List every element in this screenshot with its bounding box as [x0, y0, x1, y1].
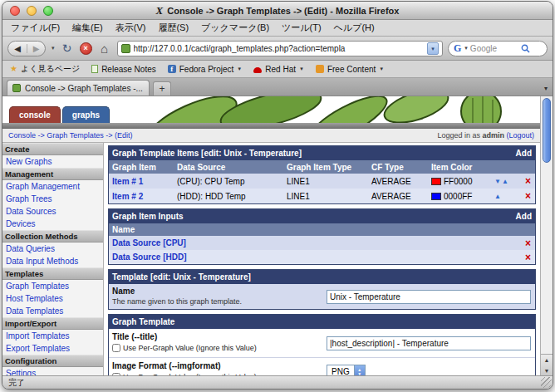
table-title: Graph Template Items [edit: Unix - Tempe… — [112, 149, 302, 158]
delete-icon[interactable]: × — [525, 252, 531, 263]
login-user: admin — [482, 131, 504, 140]
menu-help[interactable]: ヘルプ(H) — [334, 22, 375, 34]
use-per-graph-title-checkbox[interactable] — [112, 344, 120, 352]
sidebar-item-settings[interactable]: Settings — [2, 367, 103, 375]
table-row: Data Source [HDD] × — [109, 250, 535, 264]
window-zoom-button[interactable] — [43, 6, 53, 16]
forward-icon[interactable]: ▶ — [27, 44, 45, 53]
menu-bookmarks[interactable]: ブックマーク(B) — [201, 22, 269, 34]
field-label-cell: Image Format (--imgformat) Use Per-Graph… — [109, 358, 323, 375]
menu-view[interactable]: 表示(V) — [115, 22, 146, 34]
column-header-row: Graph Item Data Source Graph Item Type C… — [109, 160, 535, 174]
select-stepper-icon: ▲ ▼ — [354, 365, 365, 375]
login-status: Logged in as admin (Logout) — [437, 131, 534, 140]
template-name-input[interactable] — [327, 290, 531, 304]
sidebar-item-graph-management[interactable]: Graph Management — [2, 180, 103, 193]
scroll-down-icon[interactable]: ▼ — [541, 365, 553, 375]
tab-graphs[interactable]: graphs — [62, 106, 110, 123]
main-row: Create New Graphs Management Graph Manag… — [2, 143, 540, 375]
scroll-up-icon[interactable]: ▲ — [541, 355, 553, 365]
star-icon: ★ — [10, 65, 17, 73]
window-close-button[interactable] — [10, 6, 20, 16]
bookmark-most-visited[interactable]: ★ よく見るページ — [10, 63, 80, 75]
bookmark-release-notes[interactable]: Release Notes — [91, 65, 156, 74]
table-title-text: Graph Template Items — [112, 149, 201, 158]
bookmark-label: Release Notes — [101, 65, 156, 74]
sidebar-item-data-templates[interactable]: Data Templates — [2, 305, 103, 317]
item-2-link[interactable]: Item # 2 — [112, 192, 143, 201]
item-1-data-source: (CPU): CPU Temp — [174, 177, 283, 186]
home-icon[interactable]: ⌂ — [97, 42, 112, 56]
status-bar: 完了 — [2, 375, 553, 389]
graph-title-input[interactable] — [327, 336, 531, 350]
data-source-hdd-link[interactable]: Data Source [HDD] — [112, 252, 186, 262]
bookmark-fedora-project[interactable]: f Fedora Project ▼ — [168, 65, 243, 74]
search-input[interactable] — [470, 44, 518, 53]
sidebar: Create New Graphs Management Graph Manag… — [2, 143, 104, 375]
sidebar-item-data-input-methods[interactable]: Data Input Methods — [2, 255, 103, 267]
stop-icon[interactable]: × — [80, 42, 92, 55]
vertical-scrollbar[interactable]: ▲ ▼ — [540, 96, 553, 375]
item-2-type: LINE1 — [283, 192, 368, 201]
delete-icon[interactable]: × — [525, 175, 531, 187]
history-dropdown-icon[interactable]: ▾ — [52, 45, 55, 51]
delete-icon[interactable]: × — [525, 190, 531, 202]
sidebar-header-configuration: Configuration — [2, 355, 103, 367]
list-all-tabs-icon[interactable]: ▾ — [544, 85, 548, 92]
menu-tools[interactable]: ツール(T) — [282, 22, 322, 34]
data-source-cpu-link[interactable]: Data Source [CPU] — [112, 238, 186, 247]
menu-file[interactable]: ファイル(F) — [11, 22, 60, 34]
field-description: The name given to this graph template. — [112, 297, 320, 306]
window-title-text: Console -> Graph Templates -> (Edit) - M… — [167, 6, 399, 16]
sidebar-item-data-sources[interactable]: Data Sources — [2, 205, 103, 218]
magnifier-icon[interactable] — [521, 44, 530, 53]
url-dropdown-icon[interactable]: ▾ — [427, 42, 439, 55]
menu-edit[interactable]: 編集(E) — [72, 22, 103, 34]
bookmark-label: よく見るページ — [21, 63, 80, 75]
sidebar-item-host-templates[interactable]: Host Templates — [2, 292, 103, 305]
browser-tab-active[interactable]: Console -> Graph Templates -... — [7, 80, 150, 96]
bookmark-label: Free Content — [327, 65, 376, 74]
new-tab-button[interactable]: + — [153, 81, 171, 96]
window-minimize-button[interactable] — [27, 6, 37, 16]
window-title: X Console -> Graph Templates -> (Edit) -… — [156, 4, 400, 17]
search-engine-dropdown-icon[interactable]: ▾ — [464, 45, 468, 51]
add-graph-item-input-link[interactable]: Add — [516, 212, 532, 221]
item-1-cf: AVERAGE — [368, 177, 428, 186]
sidebar-item-export-templates[interactable]: Export Templates — [2, 342, 103, 355]
sidebar-item-graph-templates[interactable]: Graph Templates — [2, 280, 103, 292]
sidebar-item-import-templates[interactable]: Import Templates — [2, 330, 103, 342]
column-header-row: Name — [109, 223, 535, 236]
tab-console[interactable]: console — [9, 106, 61, 123]
sidebar-item-data-queries[interactable]: Data Queries — [2, 243, 103, 255]
col-name: Name — [109, 225, 135, 234]
back-icon[interactable]: ◀ — [8, 44, 27, 53]
resize-grip[interactable] — [541, 377, 552, 388]
col-cf-type: CF Type — [368, 163, 428, 172]
bookmark-red-hat[interactable]: Red Hat ▼ — [253, 65, 304, 74]
template-table: Template [edit: Unix - Temperature] Name… — [108, 269, 536, 310]
url-input[interactable] — [134, 44, 424, 53]
menu-history[interactable]: 履歴(S) — [158, 22, 189, 34]
url-bar[interactable]: ▾ — [117, 41, 443, 56]
scrollbar-thumb[interactable] — [543, 98, 551, 163]
color-code: 0000FF — [444, 192, 472, 201]
move-up-icon[interactable]: ▲ — [502, 178, 509, 185]
image-format-select[interactable]: PNG ▲ ▼ — [327, 365, 366, 375]
color-swatch — [431, 193, 441, 200]
bookmark-free-content[interactable]: Free Content ▼ — [316, 65, 384, 74]
bookmarks-toolbar: ★ よく見るページ Release Notes f Fedora Project… — [2, 61, 553, 78]
logout-link[interactable]: (Logout) — [504, 131, 534, 140]
sidebar-item-new-graphs[interactable]: New Graphs — [2, 155, 103, 168]
move-up-icon[interactable]: ▲ — [494, 193, 502, 200]
move-down-icon[interactable]: ▼ — [494, 178, 502, 185]
fedora-icon: f — [168, 65, 176, 73]
delete-icon[interactable]: × — [525, 238, 531, 249]
item-1-link[interactable]: Item # 1 — [112, 177, 143, 186]
search-bar[interactable]: G ▾ — [448, 41, 548, 56]
reload-icon[interactable]: ↻ — [60, 42, 75, 55]
breadcrumb[interactable]: Console -> Graph Templates -> (Edit) — [8, 131, 132, 140]
sidebar-item-graph-trees[interactable]: Graph Trees — [2, 193, 103, 205]
sidebar-item-devices[interactable]: Devices — [2, 218, 103, 230]
add-graph-item-link[interactable]: Add — [516, 149, 532, 158]
